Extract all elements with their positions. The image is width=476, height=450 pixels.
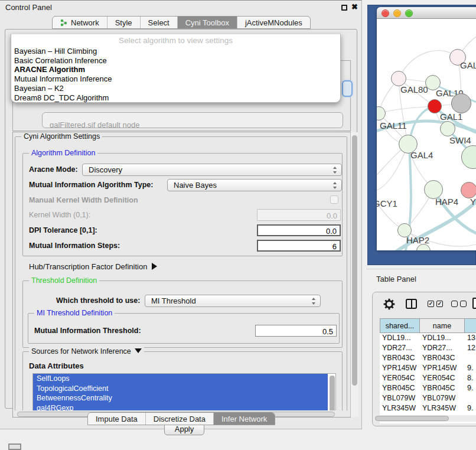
table-cell[interactable]: YBR045C <box>380 383 420 393</box>
table-row[interactable]: YPR145WYPR145W9. <box>380 363 476 373</box>
float-window-icon[interactable] <box>341 5 347 11</box>
table-header-row: shared... name <box>380 318 476 333</box>
settings-vertical-scrollbar[interactable] <box>350 132 358 417</box>
tab-impute-data[interactable]: Impute Data <box>88 413 145 425</box>
zoom-window-icon[interactable] <box>405 9 413 17</box>
spinner-arrows-icon <box>333 167 337 174</box>
table-cell[interactable]: YDL19... <box>380 333 420 343</box>
tab-jactivemnodules[interactable]: jActiveMNodules <box>237 17 310 28</box>
document-icon[interactable] <box>472 298 476 309</box>
manual-kernel-checkbox[interactable] <box>330 195 338 204</box>
algorithm-dropdown[interactable]: Select algorithm to view settings Bayesi… <box>11 34 341 103</box>
table-cell[interactable] <box>465 353 476 363</box>
table-rows: YDL19...YDL19...13YDR27...YDR27...12YBR0… <box>380 333 476 423</box>
tab-select[interactable]: Select <box>140 17 177 28</box>
network-node-swi4[interactable] <box>440 121 455 136</box>
mi-threshold-group-title: MI Threshold Definition <box>34 309 115 317</box>
which-threshold-select[interactable]: MI Threshold <box>145 295 321 307</box>
table-cell[interactable]: YDR27... <box>420 343 465 353</box>
data-attribute-item[interactable]: gal4RGexp <box>33 403 328 411</box>
table-cell[interactable]: YBL079W <box>420 393 465 403</box>
table-cell[interactable]: 12 <box>465 343 476 353</box>
collapsed-arrow-icon <box>152 263 157 270</box>
table-cell[interactable] <box>465 393 476 403</box>
unchecked-column-icon[interactable] <box>451 301 458 307</box>
network-node[interactable] <box>451 93 471 113</box>
table-cell[interactable]: YLR345W <box>380 403 420 413</box>
checked-column-icon[interactable]: ✓ <box>436 301 443 307</box>
tab-network[interactable]: Network <box>53 17 107 28</box>
algorithm-option[interactable]: ARACNE Algorithm <box>11 65 340 74</box>
tab-cyni-toolbox[interactable]: Cyni Toolbox <box>177 17 237 28</box>
gear-icon[interactable] <box>383 298 396 311</box>
tab-style[interactable]: Style <box>107 17 140 28</box>
table-cell[interactable]: YDL19... <box>420 333 465 343</box>
data-attribute-item[interactable]: SelfLoops <box>33 374 328 384</box>
algorithm-option[interactable]: Basic Correlation Inference <box>11 56 340 66</box>
table-row[interactable]: YBL079WYBL079W <box>380 393 476 403</box>
dpi-tolerance-field[interactable] <box>257 224 341 236</box>
column-header-shared-name[interactable]: shared... <box>380 318 420 333</box>
control-panel-tabbar: Network Style Select Cyni Toolbox jActiv… <box>52 16 311 29</box>
table-row[interactable]: YER054CYER054C8. <box>380 373 476 383</box>
aracne-mode-label: Aracne Mode: <box>29 165 78 174</box>
mi-type-select[interactable]: Naive Bayes <box>167 179 342 191</box>
data-attributes-list[interactable]: SelfLoopsTopologicalCoefficientBetweenne… <box>32 373 336 410</box>
table-horizontal-scrollbar[interactable] <box>373 415 476 422</box>
column-header-partial[interactable] <box>465 318 476 333</box>
split-columns-icon[interactable] <box>406 299 417 309</box>
hub-definition-toggle[interactable]: Hub/Transcription Factor Definition <box>29 262 157 271</box>
table-cell[interactable]: YER054C <box>380 373 420 383</box>
mi-threshold-field[interactable] <box>255 325 337 337</box>
table-cell[interactable]: 8. <box>465 373 476 383</box>
network-window-titlebar[interactable] <box>377 7 476 19</box>
kernel-width-field[interactable] <box>257 209 341 221</box>
algorithm-option[interactable]: Bayesian – K2 <box>11 84 340 93</box>
minimize-window-icon[interactable] <box>393 9 401 17</box>
data-attribute-item[interactable]: TopologicalCoefficient <box>33 384 328 394</box>
table-cell[interactable]: YBL079W <box>380 393 420 403</box>
spinner-arrows-icon <box>333 182 337 189</box>
table-row[interactable]: YBR045CYBR045C9. <box>380 383 476 393</box>
network-node-y[interactable] <box>461 182 476 198</box>
node-label: Y <box>470 197 476 207</box>
unchecked-column-icon[interactable] <box>460 301 467 307</box>
network-canvas[interactable]: GALGAL80GAL10GAL1GAL11SWI4GAL4GCY1HAP4YH… <box>377 19 476 250</box>
table-row[interactable]: YBR043CYBR043C <box>380 353 476 363</box>
table-cell[interactable]: YDR27... <box>380 343 420 353</box>
table-cell[interactable]: YBR045C <box>420 383 465 393</box>
close-window-icon[interactable] <box>382 9 389 17</box>
data-attribute-item[interactable]: BetweennessCentrality <box>33 393 328 403</box>
table-cell[interactable]: 9. <box>465 363 476 373</box>
attr-list-scrollbar[interactable] <box>330 375 335 410</box>
mi-threshold-label: Mutual Information Threshold: <box>34 327 141 335</box>
column-header-name[interactable]: name <box>420 318 465 333</box>
algorithm-definition-group: Algorithm Definition Aracne Mode: Discov… <box>22 153 343 256</box>
table-cell[interactable]: YPR145W <box>380 363 420 373</box>
algorithm-option[interactable]: Mutual Information Inference <box>11 74 340 84</box>
table-row[interactable]: YDR27...YDR27...12 <box>380 343 476 353</box>
table-cell[interactable]: YPR145W <box>420 363 465 373</box>
algorithm-option[interactable]: Bayesian – Hill Climbing <box>11 47 340 56</box>
mi-type-label: Mutual Information Algorithm Type: <box>29 181 153 189</box>
tab-discretize-data[interactable]: Discretize Data <box>145 413 213 425</box>
mi-steps-field[interactable] <box>257 240 341 252</box>
table-row[interactable]: YLR345WYLR345W9. <box>380 403 476 413</box>
table-row[interactable]: YDL19...YDL19...13 <box>380 333 476 343</box>
table-cell[interactable]: YBR043C <box>380 353 420 363</box>
manual-kernel-label: Manual Kernel Width Definition <box>29 196 138 204</box>
network-window: GALGAL80GAL10GAL1GAL11SWI4GAL4GCY1HAP4YH… <box>377 7 476 250</box>
table-cell[interactable]: 9. <box>465 403 476 413</box>
close-panel-icon[interactable]: ✖ <box>351 2 358 11</box>
aracne-mode-select[interactable]: Discovery <box>82 164 342 176</box>
table-cell[interactable]: YBR043C <box>420 353 465 363</box>
table-cell[interactable]: 9. <box>465 383 476 393</box>
table-cell[interactable]: YLR345W <box>420 403 465 413</box>
algorithm-option[interactable]: Dream8 DC_TDC Algorithm <box>11 93 340 103</box>
table-cell[interactable]: YER054C <box>420 373 465 383</box>
data-attributes-label: Data Attributes <box>29 361 84 370</box>
tab-infer-network[interactable]: Infer Network <box>213 413 275 425</box>
table-cell[interactable]: 13 <box>465 333 476 343</box>
node-label: GAL4 <box>410 150 433 160</box>
checked-column-icon[interactable]: ✓ <box>428 301 434 307</box>
